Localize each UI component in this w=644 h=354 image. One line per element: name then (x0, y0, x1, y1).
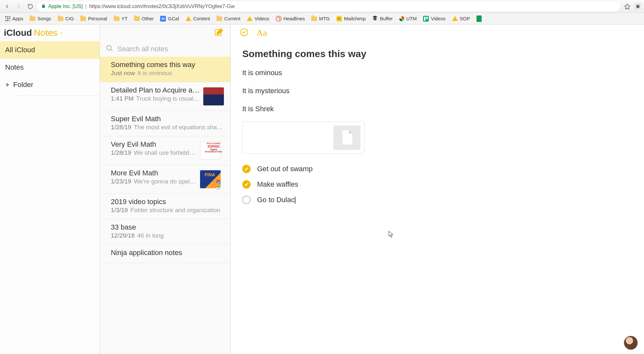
notes-label: Notes (34, 28, 57, 38)
checkbox-unchecked-icon[interactable] (242, 196, 251, 204)
checklist-label[interactable]: Go to Dulac (257, 194, 295, 205)
bookmark-gcal[interactable]: 30GCal (158, 15, 181, 23)
svg-rect-0 (636, 5, 639, 8)
sidebar-item-notes[interactable]: Notes (0, 59, 100, 76)
checklist-item[interactable]: Make waffles (242, 179, 632, 190)
bookmark-cig[interactable]: CIG (55, 15, 77, 23)
drive-icon (186, 16, 191, 21)
notes-app: iCloud Notes All iCloud Notes Folder (0, 25, 644, 354)
note-item[interactable]: Very Evil Math1/28/19We shall use forbid… (100, 136, 230, 165)
search-wrap (100, 41, 230, 57)
note-item[interactable]: Super Evil Math1/28/19The most evil of e… (100, 111, 230, 136)
editor-pane: Aa Something comes this way It is ominou… (231, 25, 644, 354)
note-item-time: 1/28/19 (111, 124, 131, 131)
bookmark-mailchimp[interactable]: 🐵Mailchimp (334, 15, 369, 23)
bookmark-item-17[interactable] (474, 14, 484, 23)
lock-icon (41, 4, 46, 9)
svg-point-2 (107, 45, 111, 50)
bookmark-yt[interactable]: YT (111, 15, 130, 23)
note-item[interactable]: More Evil Math1/23/19We're gonna do spel… (100, 165, 230, 194)
note-item-time: 12/29/18 (111, 232, 135, 239)
folder-icon (58, 16, 63, 21)
bookmark-label: MTG (319, 16, 330, 21)
note-item[interactable]: Detailed Plan to Acquire a F…1:41 PMTruc… (100, 82, 230, 111)
bookmark-label: Personal (88, 16, 107, 21)
note-item-time: 1/28/19 (111, 149, 131, 156)
address-bar[interactable]: Apple Inc. [US] | https://www.icloud.com… (37, 2, 620, 11)
folder-icon (134, 16, 140, 21)
checkbox-checked-icon[interactable] (242, 165, 251, 173)
bookmark-label: CIG (65, 16, 74, 21)
note-paragraph[interactable]: It is ominous (242, 67, 632, 78)
editor-content[interactable]: Something comes this way It is ominousIt… (231, 41, 644, 215)
user-avatar[interactable] (624, 336, 638, 349)
bookmark-label: Mailchimp (344, 16, 366, 21)
checklist-item[interactable]: Get out of swamp (242, 163, 632, 174)
bookmark-current[interactable]: Current (214, 15, 243, 23)
checklist-label[interactable]: Make waffles (257, 179, 298, 190)
folder-icon (216, 16, 222, 21)
bookmark-star-icon[interactable] (623, 3, 632, 10)
format-button[interactable]: Aa (256, 28, 267, 38)
note-item-time: 1/3/19 (111, 207, 128, 214)
compose-button[interactable] (214, 27, 224, 38)
checklist-button[interactable] (240, 28, 249, 38)
attachment-placeholder[interactable] (242, 122, 365, 154)
bookmark-videos[interactable]: Videos (244, 15, 272, 23)
bookmark-apps[interactable]: Apps (3, 15, 26, 23)
bookmark-songs[interactable]: Songs (27, 15, 54, 23)
note-item[interactable]: 2019 video topics1/3/19Folder structure … (100, 194, 230, 219)
bookmark-headlines[interactable]: Headlines (273, 15, 308, 23)
notes-list-column: Something comes this wayJust nowIt is om… (100, 25, 231, 354)
bookmark-other[interactable]: Other (131, 15, 157, 23)
bookmark-label: Other (142, 16, 154, 21)
notes-list[interactable]: Something comes this wayJust nowIt is om… (100, 57, 230, 354)
forward-button[interactable] (14, 2, 23, 11)
note-item-title: Something comes this way (111, 61, 224, 69)
bookmark-videos[interactable]: Videos (420, 15, 448, 23)
bookmark-label: Songs (37, 16, 51, 21)
browser-toolbar: Apple Inc. [US] | https://www.icloud.com… (0, 0, 644, 13)
extension-icon[interactable] (634, 3, 641, 10)
note-paragraph[interactable]: It is mysterious (242, 85, 632, 96)
sidebar: iCloud Notes All iCloud Notes Folder (0, 25, 100, 354)
note-paragraph[interactable]: It is Shrek (242, 103, 632, 114)
bookmark-label: Buffer (380, 16, 393, 21)
search-input[interactable] (117, 45, 225, 53)
bookmark-utm[interactable]: UTM (397, 15, 419, 23)
note-thumbnail (203, 87, 224, 105)
bookmark-mtg[interactable]: MTG (309, 15, 332, 23)
notes-toolbar (100, 25, 230, 41)
url-text: https://www.icloud.com/#notes2/0c3i3jXxb… (89, 4, 235, 9)
sidebar-item-all-icloud[interactable]: All iCloud (0, 41, 100, 59)
reload-button[interactable] (26, 2, 35, 11)
drive-icon (247, 16, 253, 21)
calendar-icon: 30 (160, 16, 166, 22)
note-item[interactable]: Ninja application notes (100, 245, 230, 263)
bookmark-personal[interactable]: Personal (78, 15, 110, 23)
checklist-label[interactable]: Get out of swamp (257, 163, 312, 174)
apps-grid-icon (5, 16, 10, 21)
sidebar-item-folder[interactable]: Folder (0, 76, 100, 93)
bookmark-label: Apps (12, 16, 23, 21)
note-title[interactable]: Something comes this way (242, 46, 632, 62)
note-item[interactable]: 33 base12/29/1846 in long (100, 219, 230, 245)
app-title-bar[interactable]: iCloud Notes (0, 25, 100, 41)
target-icon (276, 16, 282, 22)
bookmark-sop[interactable]: SOP (449, 15, 473, 23)
bookmark-label: Videos (431, 16, 446, 21)
note-item[interactable]: Something comes this wayJust nowIt is om… (100, 57, 230, 82)
checklist-item[interactable]: Go to Dulac (242, 194, 632, 205)
chevron-down-icon[interactable] (59, 29, 64, 37)
note-item-title: Very Evil Math (111, 140, 197, 149)
bookmark-buffer[interactable]: Buffer (370, 14, 395, 23)
icloud-label: iCloud (4, 28, 32, 38)
checkbox-checked-icon[interactable] (242, 180, 251, 189)
note-item-title: Ninja application notes (111, 249, 224, 257)
bookmark-content[interactable]: Content (183, 15, 213, 23)
disclosure-triangle-icon[interactable] (6, 83, 9, 87)
note-item-preview: Truck buying is usually … (136, 95, 200, 102)
folder-icon (114, 16, 120, 21)
back-button[interactable] (3, 2, 12, 11)
bookmark-label: SOP (460, 16, 470, 21)
